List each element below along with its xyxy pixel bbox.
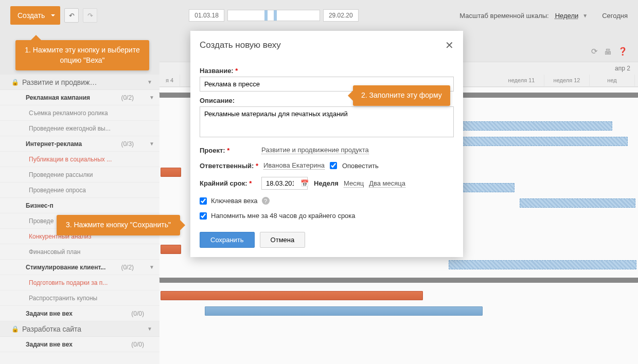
description-textarea[interactable]: Рекламные материалы для печатных изданий — [200, 106, 454, 137]
cancel-button[interactable]: Отмена — [260, 232, 306, 248]
callout-step-2: 2. Заполните эту форму — [353, 85, 450, 106]
milestone-name: Задачи вне вех — [26, 310, 73, 317]
callout-step-1: 1. Нажмите эту кнопку и выберите опцию "… — [15, 40, 149, 70]
task-row[interactable]: Распространить купоны — [0, 290, 160, 306]
task-row[interactable]: Съемка рекламного ролика — [0, 105, 160, 121]
deadline-input[interactable] — [261, 177, 308, 190]
key-milestone-checkbox[interactable] — [200, 197, 207, 205]
scale-label: Масштаб временной шкалы: — [459, 12, 548, 20]
task-bar[interactable] — [205, 306, 483, 316]
task-name: Подготовить подарки за п... — [29, 279, 108, 286]
task-row[interactable]: Финансовый план — [0, 244, 160, 260]
task-bar[interactable] — [520, 198, 635, 208]
create-milestone-modal: Создать новую веху ✕ Название: * Описани… — [190, 31, 463, 257]
task-bar[interactable] — [458, 137, 628, 146]
task-count: (0/0) — [131, 341, 144, 348]
task-count: (0/2) — [121, 264, 134, 271]
chevron-down-icon[interactable]: ▼ — [149, 95, 154, 100]
task-count: (0/0) — [131, 310, 144, 317]
responsible-value[interactable]: Иванова Екатерина — [263, 161, 325, 170]
chevron-down-icon[interactable]: ▼ — [147, 326, 152, 332]
lock-icon: 🔒 — [11, 325, 19, 333]
milestone-name: Задачи вне вех — [26, 341, 73, 348]
range-start-date[interactable]: 01.03.18 — [189, 9, 224, 22]
preset-week[interactable]: Неделя — [314, 179, 339, 187]
notify-label: Оповестить — [342, 162, 379, 170]
month-cell-apr: апр 2 — [612, 62, 638, 75]
task-name: Проведение опроса — [29, 187, 86, 194]
range-end-date[interactable]: 29.02.20 — [323, 9, 359, 22]
range-slider[interactable] — [227, 10, 320, 21]
week-cell: неделя 11 — [499, 75, 544, 86]
milestone-row[interactable]: Рекламная кампания (0/2) ▼ — [0, 90, 160, 105]
task-bar[interactable] — [161, 245, 181, 254]
project-row[interactable]: 🔒 Разработка сайта ▼ — [0, 321, 160, 337]
task-row[interactable]: Проведение опроса — [0, 183, 160, 198]
name-label: Название: * — [200, 67, 454, 75]
top-toolbar: Создать ↶ ↷ 01.03.18 29.02.20 Масштаб вр… — [0, 0, 638, 31]
week-cell: нед — [590, 75, 635, 86]
scale-value[interactable]: Недели — [555, 12, 579, 20]
today-link[interactable]: Сегодня — [602, 12, 628, 20]
create-button[interactable]: Создать — [10, 6, 60, 25]
responsible-label: Ответственный: * — [200, 162, 258, 170]
milestone-row[interactable]: Стимулирование клиент... (0/2) ▼ — [0, 260, 160, 275]
task-name: Публикации в социальных ... — [29, 156, 112, 163]
close-icon[interactable]: ✕ — [445, 39, 454, 51]
project-name: Разработка сайта — [22, 325, 81, 333]
preset-two-months[interactable]: Два месяца — [369, 179, 405, 188]
lock-icon: 🔒 — [11, 79, 19, 86]
task-name: Проведе — [29, 217, 54, 225]
key-milestone-label: Ключевая веха — [211, 197, 258, 205]
refresh-icon[interactable]: ⟳ — [591, 47, 598, 56]
redo-button: ↷ — [83, 8, 97, 23]
task-name: Съемка рекламного ролика — [29, 110, 108, 117]
milestone-row[interactable]: Задачи вне вех (0/0) — [0, 306, 160, 321]
slider-handle-left[interactable] — [264, 10, 268, 21]
task-name: Финансовый план — [29, 248, 80, 256]
slider-handle-right[interactable] — [274, 10, 277, 21]
project-name: Развитие и продвиж… — [22, 78, 97, 86]
task-bar[interactable] — [161, 168, 181, 177]
task-bar[interactable] — [161, 291, 423, 300]
task-bar[interactable] — [458, 121, 612, 131]
project-row[interactable]: 🔒 Развитие и продвиж… ▼ — [0, 75, 160, 90]
chevron-down-icon[interactable]: ▼ — [149, 264, 154, 270]
help-icon[interactable]: ? — [262, 197, 270, 205]
modal-title: Создать новую веху — [200, 40, 281, 50]
undo-button[interactable]: ↶ — [64, 8, 79, 23]
week-cell: неделя 12 — [544, 75, 590, 86]
task-row[interactable]: Проведение рассылки — [0, 167, 160, 183]
save-button[interactable]: Сохранить — [200, 232, 255, 248]
deadline-label: Крайний срок: * — [200, 179, 256, 187]
milestone-name: Стимулирование клиент... — [26, 264, 105, 271]
print-icon[interactable]: 🖶 — [604, 47, 612, 56]
chevron-down-icon[interactable]: ▼ — [149, 141, 154, 147]
preset-month[interactable]: Месяц — [344, 179, 364, 188]
task-name: Проведение ежегодной вы... — [29, 125, 111, 132]
modal-header: Создать новую веху ✕ — [190, 31, 463, 60]
task-count: (0/3) — [121, 140, 134, 148]
task-row[interactable]: Подготовить подарки за п... — [0, 275, 160, 290]
group-bar[interactable] — [160, 278, 638, 283]
milestone-name: Рекламная кампания — [26, 94, 90, 101]
milestone-name: Бизнес-п — [26, 202, 54, 209]
task-count: (0/2) — [121, 94, 134, 101]
milestone-row[interactable]: Интернет-реклама (0/3) ▼ — [0, 136, 160, 152]
project-value[interactable]: Развитие и продвижение продукта — [261, 146, 369, 154]
remind-checkbox[interactable] — [200, 212, 207, 220]
notify-checkbox[interactable] — [330, 162, 337, 169]
task-bar[interactable] — [449, 260, 636, 269]
task-name: Распространить купоны — [29, 295, 97, 302]
week-cell: я 4 — [160, 75, 180, 86]
chevron-down-icon[interactable]: ▼ — [147, 79, 152, 85]
task-name: Проведение рассылки — [29, 171, 93, 178]
task-row[interactable]: Проведение ежегодной вы... — [0, 121, 160, 136]
timeline-range: 01.03.18 29.02.20 — [189, 9, 358, 22]
project-label: Проект: * — [200, 147, 256, 154]
help-icon[interactable]: ❓ — [618, 47, 628, 56]
task-row[interactable]: Публикации в социальных ... — [0, 152, 160, 167]
chevron-down-icon: ▼ — [582, 13, 588, 19]
milestone-row[interactable]: Бизнес-п — [0, 198, 160, 213]
milestone-row[interactable]: Задачи вне вех (0/0) — [0, 337, 160, 352]
